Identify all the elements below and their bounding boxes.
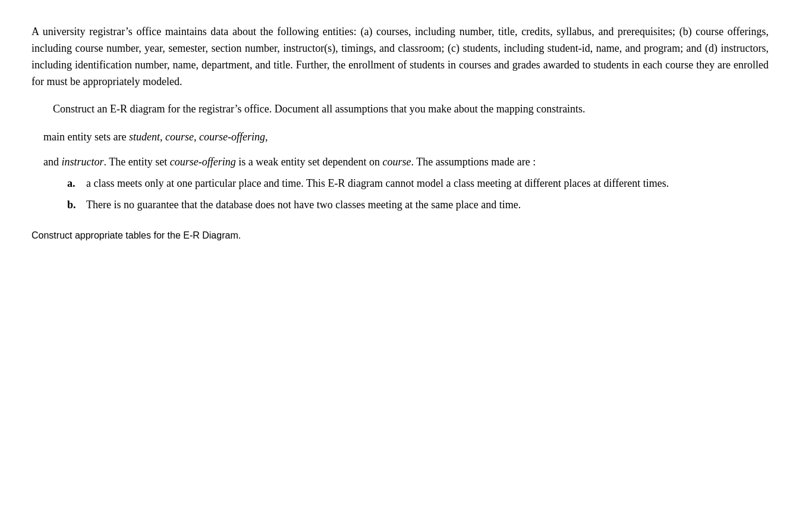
entity-sets-italic: student, course, course-offering, — [129, 131, 267, 143]
intro-paragraph: A university registrar’s office maintain… — [32, 24, 769, 90]
entity-sets-prefix: main entity sets are — [43, 131, 129, 143]
main-content: A university registrar’s office maintain… — [32, 24, 769, 241]
list-label-b: b. — [67, 197, 84, 214]
entity-sets-line: main entity sets are student, course, co… — [43, 129, 769, 146]
construct-paragraph: Construct an E-R diagram for the registr… — [32, 101, 769, 118]
and-instructor-line: and instructor. The entity set course-of… — [43, 154, 769, 171]
list-text-b: There is no guarantee that the database … — [86, 197, 769, 214]
intro-text: A university registrar’s office maintain… — [32, 26, 769, 87]
instructor-italic: instructor — [62, 156, 104, 168]
assumptions-suffix: . The assumptions made are : — [411, 156, 536, 168]
and-prefix: and — [43, 156, 62, 168]
list-label-a: a. — [67, 176, 84, 192]
entity-sets-section: main entity sets are student, course, co… — [32, 129, 769, 146]
construct-note-text: Construct appropriate tables for the E-R… — [32, 230, 241, 240]
course-offering-italic: course-offering — [170, 156, 236, 168]
list-text-a: a class meets only at one particular pla… — [86, 176, 769, 192]
course-italic: course — [383, 156, 411, 168]
list-item: b. There is no guarantee that the databa… — [67, 197, 769, 214]
list-item: a. a class meets only at one particular … — [67, 176, 769, 192]
assumptions-section: and instructor. The entity set course-of… — [32, 154, 769, 214]
and-mid: . The entity set — [104, 156, 170, 168]
and-suffix: is a weak entity set dependent on — [236, 156, 383, 168]
list-section: a. a class meets only at one particular … — [43, 176, 769, 214]
construct-note: Construct appropriate tables for the E-R… — [32, 230, 769, 241]
construct-text: Construct an E-R diagram for the registr… — [53, 103, 586, 115]
